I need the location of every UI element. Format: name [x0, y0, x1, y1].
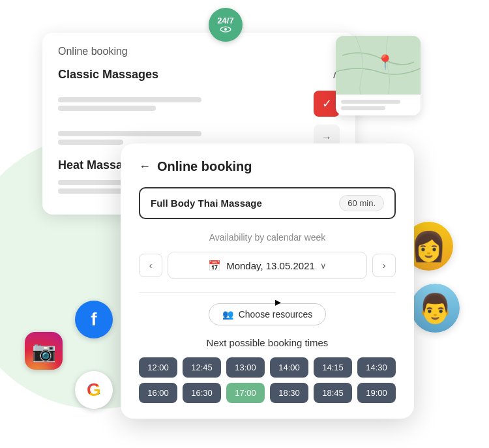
line-1a: [58, 97, 201, 102]
calendar-icon: 📅: [208, 260, 221, 272]
google-icon[interactable]: G: [75, 371, 113, 409]
google-label: G: [87, 380, 101, 400]
next-week-button[interactable]: ›: [372, 254, 396, 277]
time-slot-1200[interactable]: 12:00: [139, 357, 177, 378]
heat-line-1b: [58, 188, 123, 194]
massage-item-1: ✓: [58, 91, 340, 117]
modal-title: Online booking: [157, 159, 252, 174]
back-arrow-icon[interactable]: ←: [139, 160, 151, 173]
service-duration: 60 min.: [339, 195, 384, 211]
modal-header: ← Online booking: [139, 159, 396, 174]
item-text-1: [58, 97, 314, 111]
time-grid: 12:00 12:45 13:00 14:00 14:15 14:30 16:0…: [139, 357, 396, 403]
divider: [139, 292, 396, 293]
man-face-icon: 👨: [417, 294, 453, 323]
time-slot-1400[interactable]: 14:00: [270, 357, 308, 378]
instagram-icon[interactable]: 📷: [25, 332, 63, 370]
line-1b: [58, 106, 156, 111]
facebook-label: f: [91, 309, 96, 330]
classic-massages-title: Classic Massages: [58, 68, 158, 82]
choose-resources-label: Choose resources: [239, 309, 313, 320]
next-booking-label: Next possible booking times: [139, 337, 396, 348]
svg-point-0: [224, 28, 227, 31]
time-slot-1630[interactable]: 16:30: [183, 383, 221, 403]
avatar-man: 👨: [411, 284, 460, 333]
badge-247: 24/7: [209, 8, 243, 42]
service-name: Full Body Thai Massage: [151, 198, 262, 209]
badge-247-subtitle: [220, 26, 231, 34]
time-slot-1430[interactable]: 14:30: [357, 357, 396, 378]
map-line-1: [341, 100, 400, 104]
time-slot-1700[interactable]: 17:00: [226, 383, 265, 403]
classic-massages-header: Classic Massages ∧: [58, 68, 340, 82]
date-nav: ‹ 📅 Monday, 13.05.2021 ∨ ›: [139, 252, 396, 279]
back-card-title: Online booking: [58, 46, 340, 57]
item-text-2: [58, 131, 314, 145]
prev-week-button[interactable]: ‹: [139, 254, 162, 277]
choose-resources-button[interactable]: 👥 Choose resources: [209, 303, 327, 325]
date-picker[interactable]: 📅 Monday, 13.05.2021 ∨: [168, 252, 367, 279]
map-visual: 📍: [336, 36, 421, 95]
map-text-area: [336, 95, 421, 115]
facebook-icon[interactable]: f: [75, 301, 113, 338]
badge-247-text: 24/7: [217, 16, 233, 25]
line-2b: [58, 140, 123, 145]
people-icon: 👥: [222, 309, 233, 320]
line-2a: [58, 131, 201, 136]
time-slot-1300[interactable]: 13:00: [226, 357, 265, 378]
time-slot-1830[interactable]: 18:30: [270, 383, 308, 403]
map-line-2: [341, 106, 385, 110]
booking-modal: ← Online booking Full Body Thai Massage …: [121, 143, 414, 419]
chevron-down-icon: ∨: [320, 261, 327, 271]
woman-face-icon: 👩: [411, 232, 447, 261]
time-slot-1845[interactable]: 18:45: [314, 383, 352, 403]
instagram-label: 📷: [32, 340, 56, 363]
service-row: Full Body Thai Massage 60 min.: [139, 187, 396, 219]
map-card: 📍: [336, 36, 421, 115]
time-slot-1900[interactable]: 19:00: [357, 383, 396, 403]
availability-label: Availability by calendar week: [139, 232, 396, 243]
selected-date: Monday, 13.05.2021: [226, 260, 315, 271]
time-slot-1600[interactable]: 16:00: [139, 383, 177, 403]
time-slot-1245[interactable]: 12:45: [183, 357, 221, 378]
map-pin-icon: 📍: [376, 54, 394, 71]
time-slot-1415[interactable]: 14:15: [314, 357, 352, 378]
